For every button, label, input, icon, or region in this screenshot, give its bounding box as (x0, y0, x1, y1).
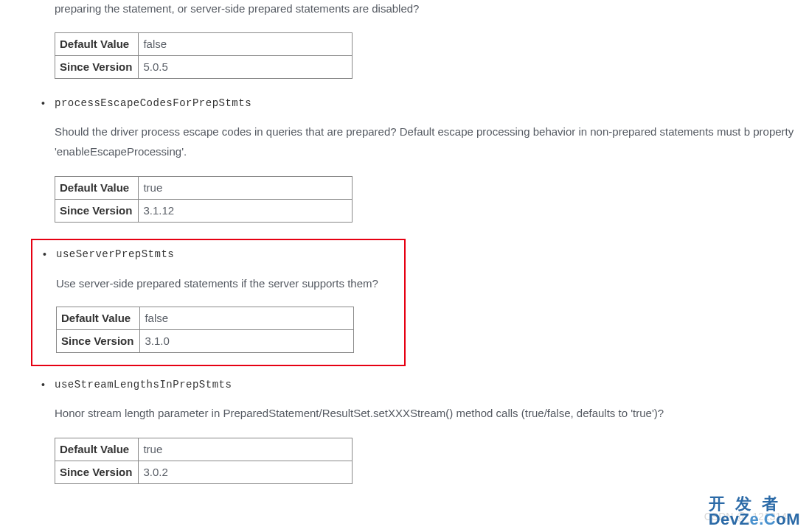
csdn-watermark: CSDN @_121314 (704, 508, 787, 523)
since-version-label: Since Version (57, 329, 140, 352)
wm-part: e.C (749, 510, 776, 522)
table-row: Default Value false (57, 307, 354, 329)
property-list: Default Value false Since Version 5.0.5 … (41, 32, 809, 484)
property-description: Honor stream length parameter in Prepare… (55, 403, 809, 423)
table-row: Since Version 5.0.5 (55, 56, 353, 79)
site-watermark: 开发者 DevZe.CoM (709, 495, 800, 522)
property-item-partial: Default Value false Since Version 5.0.5 (41, 32, 809, 79)
property-name: useStreamLengthsInPrepStmts (55, 377, 809, 393)
document-content: preparing the statement, or server-side … (0, 0, 809, 484)
property-item: processEscapeCodesForPrepStmts Should th… (41, 95, 809, 223)
table-row: Since Version 3.1.12 (55, 200, 353, 223)
property-name: processEscapeCodesForPrepStmts (55, 95, 809, 111)
default-value-label: Default Value (57, 307, 140, 329)
since-version: 3.0.2 (139, 461, 353, 484)
since-version-label: Since Version (55, 200, 139, 223)
highlighted-property: useServerPrepStmts Use server-side prepa… (31, 239, 406, 365)
since-version-label: Since Version (55, 461, 139, 484)
property-table: Default Value false Since Version 5.0.5 (55, 32, 353, 79)
since-version: 5.0.5 (139, 56, 353, 79)
wm-part: DevZ (709, 510, 750, 522)
property-item: useStreamLengthsInPrepStmts Honor stream… (41, 377, 809, 484)
default-value: true (139, 177, 353, 200)
intro-text: preparing the statement, or server-side … (41, 0, 809, 18)
since-version-label: Since Version (55, 56, 139, 79)
default-value: false (140, 307, 354, 329)
watermark-cn: 开发者 (709, 495, 800, 512)
table-row: Default Value true (55, 177, 353, 200)
default-value-label: Default Value (55, 33, 139, 56)
property-table: Default Value false Since Version 3.1.0 (56, 307, 354, 353)
property-name: useServerPrepStmts (56, 246, 394, 262)
table-row: Default Value true (55, 438, 353, 461)
watermark-en: DevZe.CoM (709, 511, 800, 522)
default-value: false (139, 33, 353, 56)
property-table: Default Value true Since Version 3.1.12 (55, 176, 353, 223)
since-version: 3.1.0 (140, 329, 354, 352)
property-table: Default Value true Since Version 3.0.2 (55, 438, 353, 484)
since-version: 3.1.12 (139, 200, 353, 223)
wm-part: oM (776, 510, 800, 522)
default-value-label: Default Value (55, 438, 139, 461)
table-row: Since Version 3.1.0 (57, 329, 354, 352)
property-description: Should the driver process escape codes i… (55, 122, 809, 161)
table-row: Since Version 3.0.2 (55, 461, 353, 484)
default-value-label: Default Value (55, 177, 139, 200)
property-description: Use server-side prepared statements if t… (56, 273, 394, 293)
property-item: useServerPrepStmts Use server-side prepa… (43, 246, 394, 352)
table-row: Default Value false (55, 33, 353, 56)
default-value: true (139, 438, 353, 461)
